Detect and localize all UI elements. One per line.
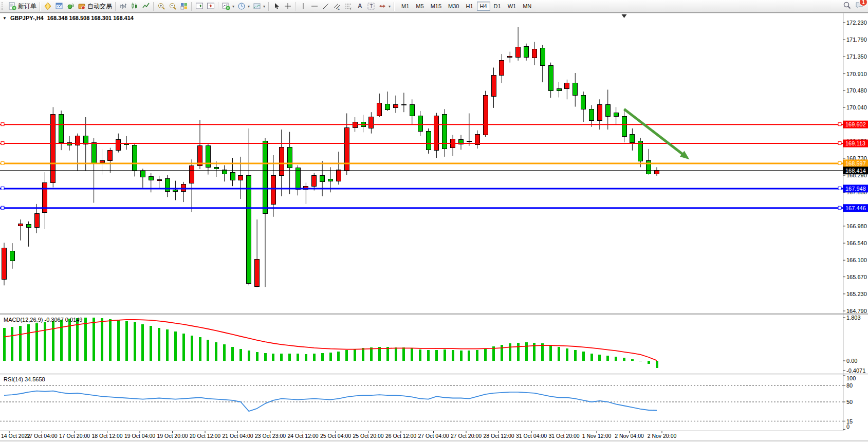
candle-body xyxy=(91,142,96,163)
candle-body xyxy=(149,176,153,180)
macd-bar xyxy=(590,354,593,361)
zoom-out-icon xyxy=(169,2,177,10)
timeframe-mn[interactable]: MN xyxy=(520,2,534,11)
market-button[interactable] xyxy=(42,1,53,12)
macd-bar xyxy=(598,355,601,361)
text-label-icon: T xyxy=(367,2,375,10)
toolbar-grip[interactable] xyxy=(2,2,5,10)
chart-symbol-period: GBPJPY-,H4 xyxy=(10,15,44,21)
hline-handle[interactable] xyxy=(1,142,4,145)
candlestick-icon xyxy=(131,2,139,10)
channel-button[interactable]: E xyxy=(331,1,343,12)
price-tick-label: 170.480 xyxy=(846,87,867,94)
timeframe-m15[interactable]: M15 xyxy=(428,2,445,11)
auto-scroll-button[interactable] xyxy=(194,1,205,12)
macd-bar xyxy=(558,347,560,361)
macd-bar xyxy=(574,350,577,361)
signals-button[interactable] xyxy=(65,1,76,12)
price-line-label-text: 168.597 xyxy=(845,160,866,167)
macd-bar xyxy=(174,332,177,361)
timeframe-d1[interactable]: D1 xyxy=(491,2,504,11)
timeframe-toolbar: M1M5M15M30H1H4D1W1MN xyxy=(398,2,534,11)
candle-body xyxy=(638,141,643,161)
candle-body xyxy=(605,104,610,116)
macd-bar xyxy=(321,353,324,361)
candle-body xyxy=(647,160,651,174)
label-button[interactable]: T xyxy=(365,1,377,12)
chart-shift-button[interactable] xyxy=(205,1,216,12)
rsi-tick-label: 0 xyxy=(846,423,849,430)
time-tick-label: 18 Oct 12:00 xyxy=(91,433,122,439)
arrows-button[interactable]: ▾ xyxy=(377,1,392,12)
hline-handle[interactable] xyxy=(838,187,841,190)
time-tick-label: 2 Nov 04:00 xyxy=(615,433,644,439)
price-line-label-text: 169.602 xyxy=(845,121,866,127)
hline-handle[interactable] xyxy=(1,187,4,190)
signal-icon xyxy=(66,2,75,10)
macd-bar xyxy=(19,326,22,361)
hline-handle[interactable] xyxy=(838,206,841,209)
tile-windows-button[interactable] xyxy=(178,1,190,12)
macd-bar xyxy=(386,347,389,361)
line-chart-button[interactable] xyxy=(140,1,152,12)
hline-handle[interactable] xyxy=(838,123,841,126)
macd-bar xyxy=(354,349,356,361)
timeframe-m5[interactable]: M5 xyxy=(413,2,427,11)
auto-trading-button[interactable]: 自动交易 xyxy=(76,1,114,12)
price-line-label-text: 167.948 xyxy=(845,186,866,192)
chevron-down-icon: ▾ xyxy=(389,4,391,9)
svg-text:F: F xyxy=(350,7,352,10)
indicators-button[interactable]: ▾ xyxy=(220,1,236,12)
periods-button[interactable]: ▾ xyxy=(236,1,251,12)
macd-bar xyxy=(158,328,160,361)
hline-handle[interactable] xyxy=(838,161,841,164)
time-tick-label: 1 Nov 12:00 xyxy=(582,433,612,439)
hline-handle[interactable] xyxy=(1,161,4,164)
timeframe-h4[interactable]: H4 xyxy=(477,2,490,11)
templates-button[interactable]: ▾ xyxy=(251,1,267,12)
timeframe-w1[interactable]: W1 xyxy=(505,2,520,11)
hline-handle[interactable] xyxy=(1,206,4,209)
hline-icon xyxy=(310,2,319,10)
notifications-button[interactable]: 1 xyxy=(855,1,863,11)
hline-handle[interactable] xyxy=(1,123,4,126)
macd-indicator-label: MACD(12,26,9) -0.3067 0.0149 xyxy=(4,317,82,323)
candlestick-button[interactable] xyxy=(129,1,140,12)
timeframe-m1[interactable]: M1 xyxy=(398,2,412,11)
timeframe-m30[interactable]: M30 xyxy=(445,2,462,11)
candle-body xyxy=(394,104,398,108)
svg-text:T: T xyxy=(370,4,373,9)
chart-canvas[interactable]: 172.230171.790171.350170.910170.480170.0… xyxy=(0,0,868,442)
candle-body xyxy=(10,251,14,261)
candle-body xyxy=(157,179,161,180)
text-button[interactable]: A xyxy=(354,1,365,12)
time-tick-label: 25 Oct 20:00 xyxy=(353,433,383,439)
time-tick-label: 26 Oct 12:00 xyxy=(385,433,416,439)
shapes-icon xyxy=(378,2,386,10)
candle-body xyxy=(83,136,88,144)
add-indicator-icon xyxy=(222,2,230,10)
horizontal-line-button[interactable] xyxy=(309,1,320,12)
price-line-label-text: 167.446 xyxy=(845,205,866,211)
zoom-out-button[interactable] xyxy=(167,1,178,12)
macd-bar xyxy=(182,334,185,361)
fibonacci-button[interactable]: F xyxy=(343,1,354,12)
vertical-line-button[interactable] xyxy=(298,1,309,12)
crosshair-button[interactable] xyxy=(282,1,293,12)
time-tick-label: 23 Oct 23:00 xyxy=(255,433,286,439)
new-order-button[interactable]: 新订单 xyxy=(7,1,38,12)
zoom-in-button[interactable] xyxy=(156,1,167,12)
timeframe-h1[interactable]: H1 xyxy=(463,2,476,11)
trendline-button[interactable] xyxy=(320,1,331,12)
time-tick-label: 31 Oct 04:00 xyxy=(516,433,547,439)
trend-arrow[interactable] xyxy=(624,109,686,156)
bar-chart-button[interactable] xyxy=(118,1,129,12)
candle-body xyxy=(296,168,300,190)
cursor-button[interactable] xyxy=(271,1,282,12)
chart-menu-icon[interactable]: ▼ xyxy=(3,16,7,21)
window-bottom-edge xyxy=(0,440,868,442)
hline-handle[interactable] xyxy=(838,142,841,145)
candle-body xyxy=(34,213,39,228)
charts-button[interactable] xyxy=(53,1,65,12)
search-button[interactable] xyxy=(843,1,851,11)
